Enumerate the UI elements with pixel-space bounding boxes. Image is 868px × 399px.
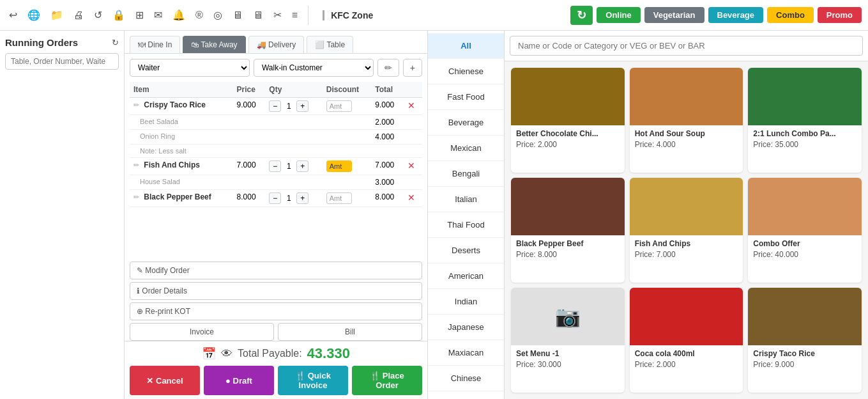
bill-btn[interactable]: Bill [278, 323, 422, 341]
qty-minus-btn[interactable]: − [269, 160, 281, 172]
discount-input[interactable] [326, 100, 352, 112]
nav-icon-mail[interactable]: ✉ [151, 6, 165, 24]
refresh-button[interactable]: ↻ [570, 6, 593, 25]
menu-card[interactable]: Coca cola 400ml Price: 2.000 [630, 288, 743, 393]
nav-icon-monitor2[interactable]: 🖥 [250, 7, 266, 24]
menu-card[interactable]: 📷 Set Menu -1 Price: 30.000 [511, 288, 625, 393]
item-name-cell: ✏ Fish And Chips [130, 158, 233, 175]
nav-icon-menu[interactable]: ≡ [289, 7, 300, 24]
menu-card[interactable]: Crispy Taco Rice Price: 9.000 [748, 288, 862, 393]
category-item-japanese[interactable]: Japanese [428, 315, 504, 340]
menu-card-info: Combo Offer Price: 40.000 [748, 235, 862, 263]
menu-card-info: Coca cola 400ml Price: 2.000 [630, 345, 743, 373]
qty-plus-btn[interactable]: + [296, 160, 308, 172]
qty-minus-btn[interactable]: − [269, 192, 281, 204]
menu-search-input[interactable] [510, 36, 863, 56]
order-panel: 🍽 Dine In 🛍 Take Away 🚚 Delivery ⬜ Table… [125, 31, 428, 399]
combo-button[interactable]: Combo [767, 7, 814, 23]
nav-icon-scissors[interactable]: ✂ [271, 6, 284, 24]
tab-dine-in[interactable]: 🍽 Dine In [130, 36, 180, 53]
category-item-deserts[interactable]: Deserts [428, 238, 504, 263]
category-item-mexican[interactable]: Mexican [428, 136, 504, 161]
menu-item-image [630, 178, 743, 235]
menu-card[interactable]: Fish And Chips Price: 7.000 [630, 178, 743, 283]
remove-item-btn[interactable]: ✕ [407, 192, 415, 203]
draft-button[interactable]: ● Draft [204, 366, 274, 395]
category-item-indian[interactable]: Indian [428, 289, 504, 315]
tab-take-away[interactable]: 🛍 Take Away [183, 36, 245, 53]
running-orders-search[interactable] [5, 53, 119, 70]
edit-item-icon[interactable]: ✏ [133, 193, 139, 201]
category-item-chienese[interactable]: Chienese [428, 59, 504, 84]
category-item-thaifood[interactable]: Thai Food [428, 212, 504, 238]
category-item-chinese[interactable]: Chinese [428, 366, 504, 391]
quick-invoice-button[interactable]: 🍴 Quick Invoice [278, 366, 348, 395]
nav-icon-reg[interactable]: ® [193, 7, 206, 24]
remove-item-btn[interactable]: ✕ [407, 100, 415, 111]
customer-select[interactable]: Walk-in Customer [254, 59, 374, 77]
nav-icon-back[interactable]: ↩ [6, 6, 20, 24]
edit-item-icon[interactable]: ✏ [133, 101, 139, 109]
nav-icon-history[interactable]: ↺ [91, 6, 105, 24]
beverage-button[interactable]: Beverage [708, 7, 764, 23]
item-note: Note: Less salt [130, 145, 422, 158]
menu-card[interactable]: Better Chocolate Chi... Price: 2.000 [511, 68, 625, 173]
table-row-mod: House Salad 3.000 [130, 175, 422, 190]
qty-plus-btn[interactable]: + [296, 100, 308, 112]
nav-icon-grid[interactable]: ⊞ [133, 6, 146, 24]
menu-card[interactable]: Hot And Sour Soup Price: 4.000 [630, 68, 743, 173]
nav-icon-circle[interactable]: ◎ [211, 6, 225, 24]
menu-item-name: Better Chocolate Chi... [516, 129, 620, 138]
nav-icon-bell[interactable]: 🔔 [170, 6, 188, 24]
category-item-italian[interactable]: Italian [428, 187, 504, 212]
category-item-american[interactable]: American [428, 263, 504, 289]
online-button[interactable]: Online [597, 7, 640, 23]
item-name-cell: ✏ Black Pepper Beef [130, 190, 233, 207]
brand-name: KFC Zone [323, 10, 373, 20]
menu-item-name: Hot And Sour Soup [635, 129, 738, 138]
nav-icon-print[interactable]: 🖨 [71, 7, 86, 24]
edit-item-icon[interactable]: ✏ [133, 161, 139, 169]
order-table: Item Price Qty Discount Total ✏ Crispy T… [130, 82, 422, 207]
category-item-maxiacan[interactable]: Maxiacan [428, 340, 504, 366]
category-item-beverage[interactable]: Beverage [428, 110, 504, 136]
nav-icon-monitor1[interactable]: 🖥 [230, 7, 245, 24]
vegetarian-button[interactable]: Vegetarian [644, 7, 704, 23]
place-order-button[interactable]: 🍴 Place Order [352, 366, 422, 395]
qty-plus-btn[interactable]: + [296, 192, 308, 204]
discount-input[interactable] [326, 160, 352, 172]
order-details-btn[interactable]: ℹ Order Details [130, 282, 422, 300]
nav-icon-folder[interactable]: 📁 [48, 6, 66, 24]
waiter-select[interactable]: Waiter [130, 59, 250, 77]
add-icon-btn[interactable]: + [403, 59, 422, 77]
discount-input[interactable] [326, 192, 352, 204]
qty-minus-btn[interactable]: − [269, 100, 281, 112]
tab-table[interactable]: ⬜ Table [307, 36, 353, 53]
menu-item-image [630, 68, 743, 125]
cancel-button[interactable]: ✕ Cancel [130, 366, 200, 395]
invoice-btn[interactable]: Invoice [130, 323, 274, 341]
side-action-btns: ✎ Modify Order ℹ Order Details ⊕ Re-prin… [125, 262, 427, 341]
reprint-kot-btn[interactable]: ⊕ Re-print KOT [130, 302, 422, 320]
remove-item-btn[interactable]: ✕ [407, 160, 415, 171]
menu-card[interactable]: 2:1 Lunch Combo Pa... Price: 35.000 [748, 68, 862, 173]
total-amount: 43.330 [307, 345, 350, 362]
mod-price: 2.000 [371, 115, 404, 130]
table-row: ✏ Black Pepper Beef 8.000 − 1 + [130, 190, 422, 207]
modify-order-btn[interactable]: ✎ Modify Order [130, 262, 422, 279]
menu-item-image: 📷 [511, 288, 625, 345]
category-item-fastfood[interactable]: Fast Food [428, 84, 504, 110]
menu-card[interactable]: Combo Offer Price: 40.000 [748, 178, 862, 283]
sidebar-refresh-icon[interactable]: ↻ [112, 38, 119, 47]
tab-delivery[interactable]: 🚚 Delivery [248, 36, 305, 53]
nav-icon-web[interactable]: 🌐 [25, 6, 43, 24]
order-controls: Waiter Walk-in Customer ✏ + [125, 54, 427, 82]
promo-button[interactable]: Promo [818, 7, 862, 23]
nav-icon-lock[interactable]: 🔒 [110, 6, 128, 24]
category-item-bengali[interactable]: Bengali [428, 161, 504, 187]
menu-card[interactable]: Black Pepper Beef Price: 8.000 [511, 178, 625, 283]
category-item-all[interactable]: All [428, 33, 504, 59]
edit-icon-btn[interactable]: ✏ [377, 59, 399, 77]
col-item: Item [130, 82, 233, 98]
main-layout: Running Orders ↻ 🍽 Dine In 🛍 Take Away 🚚… [0, 31, 868, 399]
